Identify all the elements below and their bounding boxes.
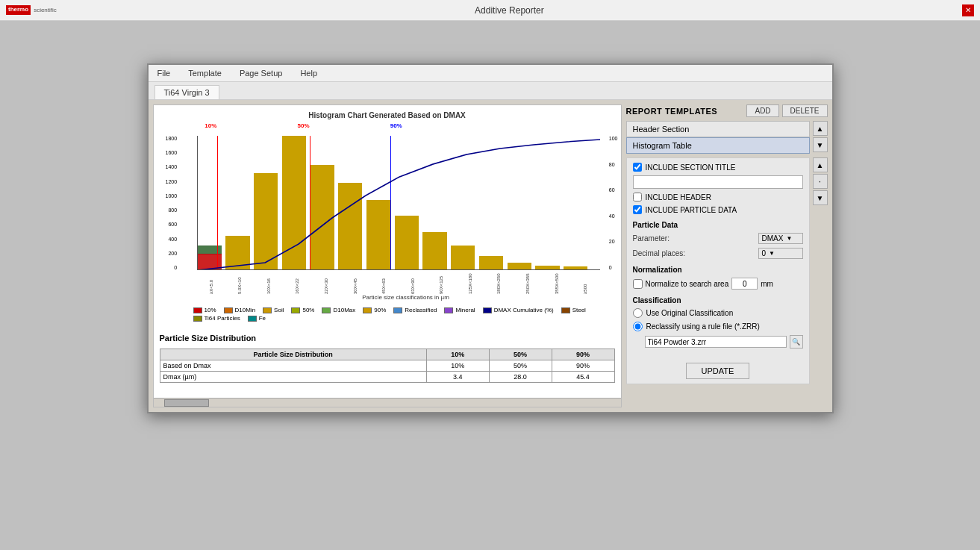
chart-area: Histogram Chart Generated Based on DMAX …	[154, 105, 621, 331]
scroll-arrows-vertical: ▲ ▼	[813, 121, 828, 154]
title-bar: thermo scientific Additive Reporter ✕	[0, 0, 980, 21]
normalize-checkbox[interactable]	[633, 279, 643, 289]
menu-page-setup[interactable]: Page Setup	[237, 67, 286, 79]
preview-panel: Histogram Chart Generated Based on DMAX …	[153, 104, 622, 407]
pct-50-label: 50%	[298, 122, 310, 129]
col-header-10: 10%	[426, 349, 489, 360]
y-tick: 400	[166, 237, 178, 242]
y-tick: 1600	[166, 150, 178, 155]
x-axis-labels: ≥X<5.0 5.0X<10 10X<16 16X<22 22X<30 30X<…	[197, 272, 600, 294]
y-tick: 800	[166, 207, 178, 213]
x-label: 355X<500	[555, 272, 559, 294]
col-header-50: 50%	[489, 349, 552, 360]
y-tick-right: 80	[609, 162, 618, 167]
include-particle-data-label: INCLUDE PARTICLE DATA	[646, 206, 737, 214]
use-original-radio[interactable]	[633, 308, 643, 318]
y-tick-right: 0	[609, 265, 618, 270]
legend-item: Ti64 Particles	[193, 315, 240, 322]
histogram-wrapper: 1800 1600 1400 1200 1000 800 600 400 200…	[197, 136, 600, 270]
table-row: Based on Dmax 10% 50% 90%	[160, 360, 614, 372]
normalization-row: Normalize to search area mm	[633, 278, 803, 290]
legend-item: Mineral	[444, 307, 475, 313]
template-header-section[interactable]: Header Section	[626, 121, 810, 137]
decimal-places-dropdown[interactable]: 0 ▼	[758, 248, 803, 259]
parameter-value: DMAX	[762, 234, 784, 243]
y-axis-left: 1800 1600 1400 1200 1000 800 600 400 200…	[166, 136, 178, 270]
h-scrollbar[interactable]	[154, 398, 621, 407]
include-header-checkbox[interactable]	[633, 193, 642, 201]
browse-button[interactable]: 🔍	[790, 335, 803, 349]
legend-item: D10Min	[224, 307, 256, 313]
logo-thermo: thermo	[6, 5, 31, 14]
parameter-label: Parameter:	[633, 234, 670, 243]
tab-bar: Ti64 Virgin 3	[149, 82, 832, 100]
include-header-label: INCLUDE HEADER	[646, 193, 711, 201]
x-axis-title: Particle size classifications in µm	[197, 294, 615, 301]
decimal-places-row: Decimal places: 0 ▼	[633, 248, 803, 259]
data-table: Particle Size Distribution 10% 50% 90% B…	[160, 349, 615, 383]
y-tick-right: 20	[609, 239, 618, 244]
reclassify-label: Reclassify using a rule file (*.ZRR)	[646, 322, 760, 331]
row-v10: 10%	[426, 360, 489, 372]
report-templates-title: REPORT TEMPLATES	[626, 107, 718, 116]
x-label: ≥X<5.0	[209, 272, 213, 294]
template-buttons: ADD DELETE	[746, 104, 827, 117]
y-tick: 1800	[166, 136, 178, 141]
add-button[interactable]: ADD	[746, 104, 778, 117]
section-controls: INCLUDE SECTION TITLE INCLUDE HEADER INC…	[626, 157, 810, 384]
scroll-down-button[interactable]: ▼	[813, 137, 828, 152]
template-histogram-table[interactable]: Histogram Table	[626, 137, 810, 154]
x-label: 45X<63	[381, 272, 386, 294]
menu-help[interactable]: Help	[297, 67, 320, 79]
update-button[interactable]: UPDATE	[686, 363, 750, 379]
row-v50: 50%	[489, 360, 552, 372]
x-label: 125X<180	[468, 272, 472, 294]
legend-item: Steel	[561, 307, 586, 313]
section-title-input[interactable]	[633, 175, 803, 189]
reclassify-radio[interactable]	[633, 322, 643, 331]
include-section-title-checkbox[interactable]	[633, 163, 642, 172]
reclassify-row: Reclassify using a rule file (*.ZRR)	[633, 322, 803, 331]
y-tick-right: 60	[609, 187, 618, 193]
y-tick: 600	[166, 222, 178, 227]
y-tick: 1000	[166, 193, 178, 199]
menu-template[interactable]: Template	[185, 67, 225, 79]
include-particle-data-checkbox[interactable]	[633, 205, 642, 214]
logo: thermo scientific	[6, 5, 57, 14]
use-original-label: Use Original Classification	[646, 309, 734, 317]
legend-item: 90%	[363, 307, 386, 313]
parameter-dropdown[interactable]: DMAX ▼	[758, 233, 803, 244]
normalize-value-input[interactable]	[731, 278, 758, 290]
scroll-up-right-button[interactable]: ▲	[813, 157, 828, 172]
close-button[interactable]: ✕	[962, 4, 974, 16]
normalize-unit: mm	[761, 280, 773, 288]
scroll-dot-button[interactable]: ·	[813, 174, 828, 189]
delete-button[interactable]: DELETE	[782, 104, 828, 117]
file-row: 🔍	[645, 335, 803, 349]
h-scrollbar-thumb[interactable]	[164, 399, 209, 407]
scroll-down-right-button[interactable]: ▼	[813, 190, 828, 205]
row-label: Based on Dmax	[160, 360, 426, 372]
legend-item: Reclassified	[393, 307, 437, 313]
x-label: 22X<30	[324, 272, 328, 294]
file-input[interactable]	[645, 336, 787, 348]
use-original-classification-row: Use Original Classification	[633, 308, 803, 318]
x-label: 180X<250	[496, 272, 501, 294]
decimal-places-value: 0	[762, 249, 767, 257]
dropdown-arrow-icon2: ▼	[769, 250, 775, 257]
tab-ti64-virgin-3[interactable]: Ti64 Virgin 3	[155, 85, 219, 99]
legend-item: DMAX Cumulative (%)	[483, 307, 554, 313]
scroll-up-button[interactable]: ▲	[813, 121, 828, 136]
y-tick-right: 100	[609, 136, 618, 141]
row-v90: 45.4	[552, 372, 614, 383]
menu-bar: File Template Page Setup Help	[149, 65, 832, 82]
include-header-row: INCLUDE HEADER	[633, 193, 803, 201]
legend-item: 10%	[193, 307, 216, 313]
legend-area: 10% D10Min Soil 50% D10Max 90% Reclassif…	[193, 307, 615, 322]
menu-file[interactable]: File	[155, 67, 174, 79]
x-label: 10X<16	[266, 272, 271, 294]
legend-item: 50%	[291, 307, 314, 313]
row-label: Dmax (µm)	[160, 372, 426, 383]
x-label: 90X<125	[439, 272, 443, 294]
table-section: Particle Size Distribution 10% 50% 90% B…	[160, 349, 615, 383]
